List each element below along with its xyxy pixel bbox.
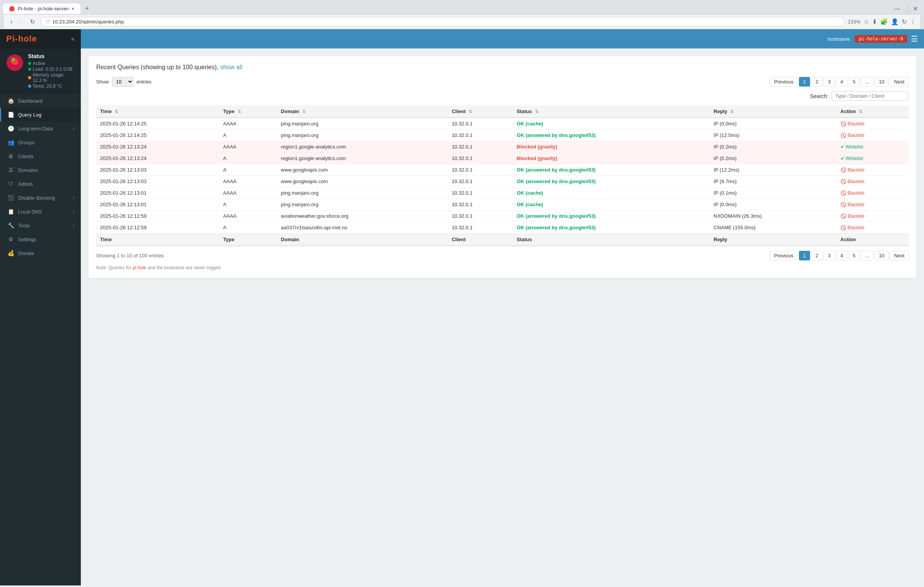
page-5-button-top[interactable]: 5 (849, 77, 860, 87)
col-domain[interactable]: Domain ⇅ (277, 105, 448, 118)
sidebar-item-adlists[interactable]: 🛡 Adlists (0, 177, 81, 191)
sort-icon: ⇅ (535, 109, 538, 114)
cell-action[interactable]: 🚫 Blacklist (837, 210, 909, 222)
donate-icon: 💰 (7, 250, 14, 256)
action-button[interactable]: 🚫 Blacklist (840, 190, 864, 196)
col-client[interactable]: Client ⇅ (448, 105, 513, 118)
footer-col-type: Type (219, 233, 277, 246)
restore-button[interactable]: ⬜ (903, 5, 910, 12)
cell-time: 2025-01-26 12:13:03 (96, 164, 219, 176)
page-2-button-top[interactable]: 2 (811, 77, 822, 87)
sidebar-item-dashboard[interactable]: 🏠 Dashboard (0, 94, 81, 108)
page-4-button-bottom[interactable]: 4 (836, 251, 847, 260)
cell-action[interactable]: 🚫 Blacklist (837, 164, 909, 176)
profile-icon[interactable]: 👤 (891, 18, 899, 25)
cell-status: OK (answered by dns.google#53) (513, 210, 710, 222)
show-entries-select[interactable]: 10 25 50 100 (112, 77, 134, 87)
browser-tab[interactable]: Pi-hole - pi-hole-server- × (3, 3, 80, 14)
sidebar-nav: 🏠 Dashboard 📄 Query Log 🕐 Long-term Data… (0, 94, 81, 585)
extensions-icon[interactable]: 🧩 (880, 18, 888, 25)
page-5-button-bottom[interactable]: 5 (849, 251, 860, 260)
page-3-button-bottom[interactable]: 3 (824, 251, 835, 260)
new-tab-button[interactable]: + (82, 3, 92, 14)
active-label: Active (33, 61, 45, 66)
sidebar-item-groups[interactable]: 👥 Groups (0, 135, 81, 149)
header-menu-button[interactable]: ☰ (911, 34, 918, 43)
sidebar-item-long-term-data[interactable]: 🕐 Long-term Data ‹ (0, 122, 81, 135)
col-action[interactable]: Action ⇅ (837, 105, 909, 118)
page-1-button-bottom[interactable]: 1 (799, 251, 810, 260)
memory-label: Memory usage: 12.3 % (33, 72, 75, 83)
prev-page-button-top[interactable]: Previous (770, 77, 798, 87)
sidebar-item-label: Domains (18, 167, 38, 173)
page-10-button-bottom[interactable]: 10 (875, 251, 889, 260)
cell-time: 2025-01-26 12:12:59 (96, 222, 219, 233)
cell-reply: IP (9.7ms) (710, 176, 836, 187)
action-button[interactable]: 🚫 Blacklist (840, 179, 864, 184)
sidebar-item-domains[interactable]: ☰ Domains (0, 163, 81, 177)
close-button[interactable]: ✕ (913, 5, 918, 12)
show-all-link[interactable]: show all (220, 64, 242, 70)
show-entries-control: Show 10 25 50 100 entries (96, 77, 152, 87)
cell-action[interactable]: 🚫 Blacklist (837, 199, 909, 210)
col-reply[interactable]: Reply ⇅ (710, 105, 836, 118)
address-bar[interactable]: 🛡 10.23.204.20/admin/queries.php (40, 17, 845, 27)
arrow-icon: ‹ (73, 126, 75, 131)
action-button[interactable]: 🚫 Blacklist (840, 167, 864, 173)
footer-col-reply: Reply (710, 233, 836, 246)
table-row: 2025-01-26 12:13:03 AAAA www.googleapis.… (96, 176, 909, 187)
cell-reply: IP (0.2ms) (710, 141, 836, 153)
sidebar-item-local-dns[interactable]: 📋 Local DNS ‹ (0, 205, 81, 218)
action-button[interactable]: 🚫 Blacklist (840, 213, 864, 219)
sync-icon[interactable]: ↻ (902, 18, 907, 25)
cell-domain: region1.google-analytics.com (277, 141, 448, 153)
main-menu-icon[interactable]: ⋮ (910, 18, 916, 25)
cell-type: AAAA (219, 141, 277, 153)
minimize-button[interactable]: — (894, 5, 900, 12)
action-button[interactable]: 🚫 Blacklist (840, 133, 864, 138)
cell-action[interactable]: ✔ Whitelist (837, 141, 909, 153)
bookmark-icon[interactable]: ☆ (864, 18, 869, 25)
table-controls-top: Show 10 25 50 100 entries Previous (96, 77, 909, 87)
cell-action[interactable]: 🚫 Blacklist (837, 176, 909, 187)
cell-action[interactable]: 🚫 Blacklist (837, 130, 909, 141)
page-3-button-top[interactable]: 3 (824, 77, 835, 87)
page-1-button-top[interactable]: 1 (799, 77, 810, 87)
page-2-button-bottom[interactable]: 2 (811, 251, 822, 260)
cell-action[interactable]: ✔ Whitelist (837, 153, 909, 164)
next-page-button-bottom[interactable]: Next (890, 251, 909, 260)
download-icon[interactable]: ⬇ (872, 18, 877, 25)
sidebar-item-donate[interactable]: 💰 Donate (0, 246, 81, 260)
sidebar-item-query-log[interactable]: 📄 Query Log (0, 108, 81, 122)
search-input[interactable] (832, 91, 909, 101)
cell-action[interactable]: 🚫 Blacklist (837, 187, 909, 199)
sidebar-item-tools[interactable]: 🔧 Tools ‹ (0, 218, 81, 232)
sidebar-toggle-button[interactable]: « (71, 35, 75, 42)
cell-action[interactable]: 🚫 Blacklist (837, 222, 909, 233)
prev-page-button-bottom[interactable]: Previous (770, 251, 798, 260)
forward-button[interactable]: › (18, 18, 24, 26)
action-button[interactable]: ✔ Whitelist (840, 156, 863, 161)
action-button[interactable]: 🚫 Blacklist (840, 225, 864, 230)
sidebar-item-disable-blocking[interactable]: ⬛ Disable Blocking ‹ (0, 191, 81, 205)
reload-button[interactable]: ↻ (28, 17, 37, 26)
note-link[interactable]: pi.hole (133, 265, 146, 270)
page-10-button-top[interactable]: 10 (875, 77, 889, 87)
col-status[interactable]: Status ⇅ (513, 105, 710, 118)
cell-action[interactable]: 🚫 Blacklist (837, 118, 909, 130)
action-button[interactable]: 🚫 Blacklist (840, 121, 864, 127)
table-footer: Showing 1 to 10 of 100 entries Previous … (96, 251, 909, 260)
back-button[interactable]: ‹ (8, 18, 15, 26)
action-button[interactable]: ✔ Whitelist (840, 144, 863, 150)
sidebar-item-settings[interactable]: ⚙ Settings (0, 232, 81, 246)
action-button[interactable]: 🚫 Blacklist (840, 202, 864, 207)
sidebar-item-label: Query Log (18, 112, 42, 118)
cell-type: A (219, 164, 277, 176)
table-row: 2025-01-26 12:12:59 AAAA aviationweather… (96, 210, 909, 222)
sidebar-item-clients[interactable]: 🖥 Clients (0, 149, 81, 163)
col-time[interactable]: Time ⇅ (96, 105, 219, 118)
next-page-button-top[interactable]: Next (890, 77, 909, 87)
sort-icon: ⇅ (115, 109, 118, 114)
col-type[interactable]: Type ⇅ (219, 105, 277, 118)
page-4-button-top[interactable]: 4 (836, 77, 847, 87)
